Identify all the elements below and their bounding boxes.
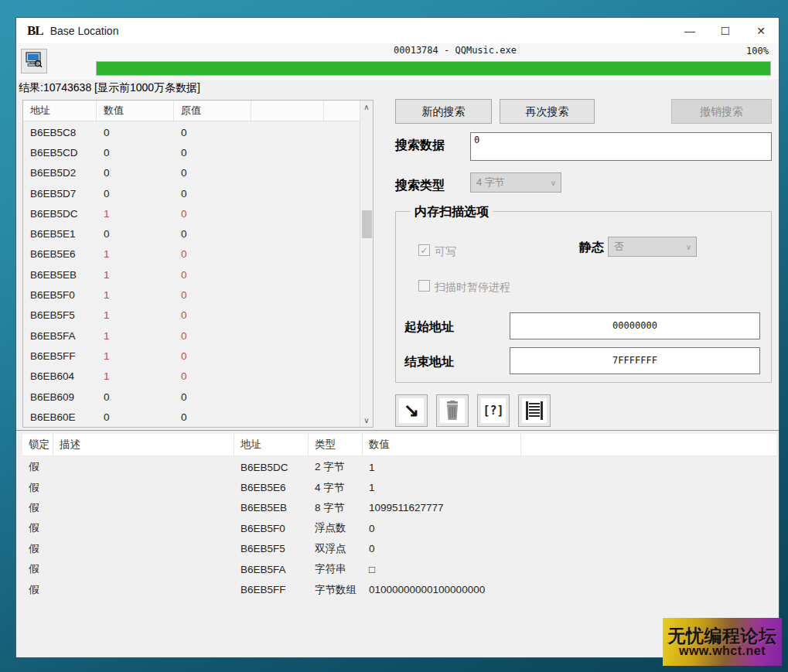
value-cell: 0 — [363, 523, 521, 534]
address-cell: B6EB5EB — [234, 502, 309, 513]
static-label: 静态 — [579, 240, 604, 256]
minimize-button[interactable]: — — [672, 18, 708, 43]
scrollbar-thumb[interactable] — [362, 210, 372, 238]
scan-options-title: 内存扫描选项 — [410, 204, 493, 220]
scan-result-row[interactable]: B6EB5F010 — [23, 285, 360, 305]
address-cell: B6EB5EB — [23, 269, 97, 281]
address-cell: B6EB5E6 — [23, 248, 97, 260]
previous-value-cell: 0 — [174, 370, 251, 382]
help-button[interactable]: [?] — [477, 394, 510, 427]
process-label: 00013784 - QQMusic.exe — [394, 45, 517, 56]
address-cell: B6EB604 — [23, 370, 97, 382]
progress-bar-fill — [97, 62, 770, 75]
value-cell: 1 — [97, 269, 174, 281]
memory-view-button[interactable] — [518, 394, 551, 427]
pause-process-label: 扫描时暂停进程 — [435, 281, 510, 295]
value-cell: 1 — [97, 309, 174, 321]
scan-results-table: 地址 数值 原值 B6EB5C800B6EB5CD00B6EB5D200B6EB… — [22, 100, 374, 428]
column-header-locked[interactable]: 锁定 — [22, 434, 53, 455]
value-cell: 0 — [97, 188, 174, 200]
watermark-title: 无忧编程论坛 — [668, 626, 777, 645]
select-process-button[interactable] — [21, 49, 47, 73]
type-cell: 字节数组 — [309, 583, 363, 597]
forum-watermark: 无忧编程论坛 www.whct.net — [663, 618, 782, 666]
type-cell: 4 字节 — [309, 481, 363, 495]
value-cell: 0 — [97, 167, 174, 179]
address-list-row[interactable]: 假B6EB5FA字符串□ — [22, 559, 776, 579]
address-cell: B6EB5DC — [23, 208, 97, 220]
address-cell: B6EB60E — [23, 411, 97, 423]
column-header-type[interactable]: 类型 — [309, 434, 363, 455]
column-header-value[interactable]: 数值 — [97, 101, 174, 121]
address-list-row[interactable]: 假B6EB5DC2 字节1 — [22, 457, 776, 477]
search-data-input[interactable]: 0 — [470, 132, 772, 161]
type-cell: 浮点数 — [309, 521, 363, 535]
address-cell: B6EB5F5 — [234, 543, 309, 554]
end-address-input[interactable]: 7FFFFFFF — [510, 347, 760, 374]
scan-result-row[interactable]: B6EB5DC10 — [23, 203, 360, 223]
scan-result-row[interactable]: B6EB5E610 — [23, 244, 360, 264]
start-address-input[interactable]: 00000000 — [510, 312, 760, 339]
scan-table-scrollbar[interactable]: ∧ ∨ — [360, 101, 373, 427]
maximize-button[interactable]: ☐ — [708, 18, 743, 43]
previous-value-cell: 0 — [174, 350, 251, 362]
previous-value-cell: 0 — [174, 127, 251, 138]
value-cell: 1 — [97, 248, 174, 260]
previous-value-cell: 0 — [174, 269, 251, 281]
column-header-value[interactable]: 数值 — [363, 434, 521, 455]
scan-result-row[interactable]: B6EB5F510 — [23, 305, 360, 326]
locked-cell: 假 — [22, 460, 53, 474]
scan-result-row[interactable]: B6EB60E00 — [23, 407, 360, 427]
previous-value-cell: 0 — [174, 248, 251, 260]
search-again-button[interactable]: 再次搜索 — [500, 99, 595, 124]
address-cell: B6EB5F0 — [23, 289, 97, 301]
window-controls: — ☐ ✕ — [672, 18, 779, 43]
previous-value-cell: 0 — [174, 188, 251, 200]
scan-result-row[interactable]: B6EB5FF10 — [23, 346, 360, 366]
value-cell: 1 — [97, 208, 174, 220]
address-list-row[interactable]: 假B6EB5F5双浮点0 — [22, 539, 776, 559]
previous-value-cell: 0 — [174, 228, 251, 240]
scan-result-row[interactable]: B6EB60410 — [23, 367, 360, 387]
column-header-address[interactable]: 地址 — [23, 101, 97, 121]
address-cell: B6EB5FA — [234, 564, 309, 575]
help-icon: [?] — [483, 404, 503, 418]
column-header-description[interactable]: 描述 — [53, 434, 234, 455]
static-value: 否 — [614, 240, 624, 254]
scroll-up-icon[interactable]: ∧ — [360, 101, 373, 114]
address-cell: B6EB5E1 — [23, 228, 97, 240]
title-bar[interactable]: BL Base Location — ☐ ✕ — [16, 18, 779, 43]
add-to-list-button[interactable]: ↘ — [395, 394, 428, 427]
scan-result-row[interactable]: B6EB5CD00 — [23, 142, 360, 162]
type-cell: 2 字节 — [309, 460, 363, 474]
search-type-value: 4 字节 — [476, 176, 505, 189]
address-list-row[interactable]: 假B6EB5FF字节数组01000000000100000000 — [22, 579, 776, 599]
locked-cell: 假 — [22, 542, 53, 556]
scan-result-row[interactable]: B6EB5FA10 — [23, 326, 360, 346]
address-cell: B6EB5C8 — [23, 127, 97, 138]
scan-result-row[interactable]: B6EB5C800 — [23, 122, 360, 142]
address-list-row[interactable]: 假B6EB5E64 字节1 — [22, 477, 776, 497]
value-cell: 1 — [97, 289, 174, 301]
scan-result-row[interactable]: B6EB5EB10 — [23, 264, 360, 285]
scan-result-row[interactable]: B6EB5D200 — [23, 163, 360, 183]
scan-result-row[interactable]: B6EB5D700 — [23, 183, 360, 203]
address-list-row[interactable]: 假B6EB5EB8 字节1099511627777 — [22, 498, 776, 518]
column-header-previous[interactable]: 原值 — [174, 101, 251, 121]
close-button[interactable]: ✕ — [743, 18, 779, 43]
previous-value-cell: 0 — [174, 167, 251, 179]
address-list-row[interactable]: 假B6EB5F0浮点数0 — [22, 518, 776, 538]
scan-result-row[interactable]: B6EB5E100 — [23, 223, 360, 244]
locked-cell: 假 — [22, 481, 53, 495]
column-header-address[interactable]: 地址 — [234, 434, 309, 455]
results-count: 结果:10743638 [显示前1000万条数据] — [19, 81, 200, 95]
locked-cell: 假 — [22, 501, 53, 515]
pause-process-checkbox — [418, 280, 430, 292]
address-list-body: 假B6EB5DC2 字节1假B6EB5E64 字节1假B6EB5EB8 字节10… — [22, 457, 776, 600]
locked-cell: 假 — [22, 562, 53, 576]
scan-result-row[interactable]: B6EB60900 — [23, 387, 360, 407]
search-type-label: 搜索类型 — [395, 178, 445, 194]
scroll-down-icon[interactable]: ∨ — [360, 414, 373, 427]
new-search-button[interactable]: 新的搜索 — [395, 99, 492, 124]
locked-cell: 假 — [22, 521, 53, 535]
